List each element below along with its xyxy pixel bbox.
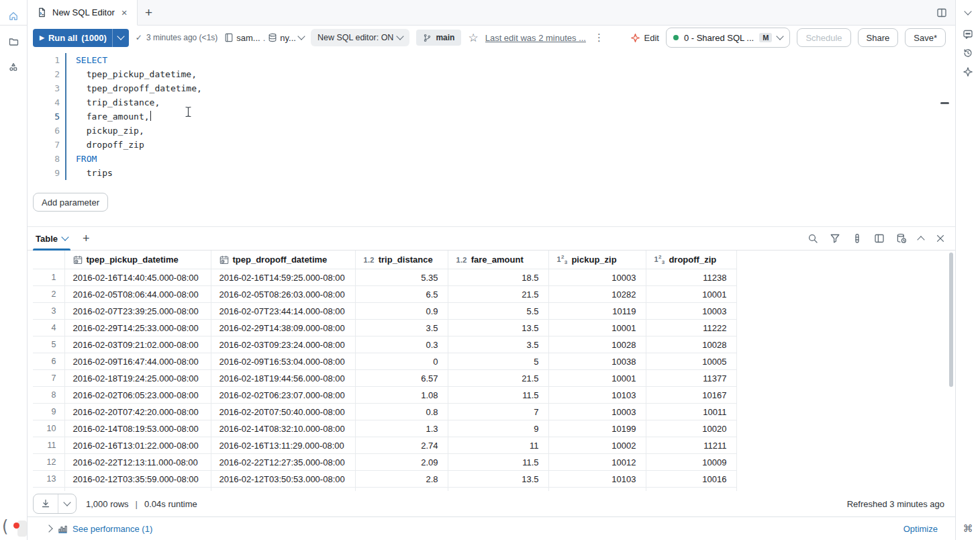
table-cell[interactable]: 2016-02-09T16:53:04.000-08:00 — [211, 353, 355, 370]
table-cell[interactable]: 2016-02-20T07:42:20.000-08:00 — [64, 404, 211, 420]
save-button[interactable]: Save* — [905, 28, 946, 47]
table-cell[interactable]: 2016-02-07T23:44:14.000-08:00 — [211, 303, 355, 320]
table-cell[interactable]: 10199 — [548, 420, 646, 437]
table-cell[interactable]: 10001 — [646, 286, 736, 303]
table-cell[interactable]: 10016 — [646, 471, 736, 488]
cached-data-icon[interactable] — [896, 233, 907, 244]
side-panel-icon[interactable] — [874, 233, 885, 244]
table-cell[interactable]: 2016-02-26T23:50:33.000-08:00 — [64, 488, 211, 492]
code-line[interactable]: 8FROM — [28, 152, 955, 166]
table-cell[interactable]: 6.5 — [355, 286, 448, 303]
schedule-button[interactable]: Schedule — [797, 28, 850, 47]
close-results-icon[interactable] — [935, 233, 946, 244]
table-cell[interactable]: 1.08 — [355, 387, 448, 404]
branch-pill[interactable]: main — [416, 30, 461, 46]
table-cell[interactable]: 2016-02-12T03:35:59.000-08:00 — [64, 471, 211, 488]
table-cell[interactable]: 11 — [448, 437, 548, 454]
column-header-dropoff_zip[interactable]: 123dropoff_zip — [646, 251, 736, 269]
table-cell[interactable]: 2016-02-03T09:23:24.000-08:00 — [211, 336, 355, 353]
table-cell[interactable]: 2016-02-18T19:44:56.000-08:00 — [211, 370, 355, 387]
table-cell[interactable]: 0.8 — [355, 404, 448, 420]
split-view-icon[interactable] — [936, 7, 947, 18]
code-line[interactable]: 5 fare_amount, — [28, 109, 955, 124]
table-cell[interactable]: 2.8 — [355, 471, 448, 488]
add-visualization-button[interactable]: + — [83, 232, 90, 246]
column-header-pickup_zip[interactable]: 123pickup_zip — [548, 251, 646, 269]
column-header-tpep_pickup_datetime[interactable]: tpep_pickup_datetime — [64, 251, 211, 269]
column-header-tpep_dropoff_datetime[interactable]: tpep_dropoff_datetime — [211, 251, 355, 269]
table-cell[interactable]: 2016-02-26T23:56:38.000-08:00 — [211, 488, 355, 492]
table-cell[interactable]: 2016-02-20T07:50:40.000-08:00 — [211, 404, 355, 420]
table-cell[interactable]: 2016-02-22T12:27:35.000-08:00 — [211, 454, 355, 471]
table-cell[interactable]: 11238 — [646, 269, 736, 286]
table-cell[interactable]: 10005 — [646, 353, 736, 370]
table-cell[interactable]: 5.5 — [448, 303, 548, 320]
table-cell[interactable]: 13.5 — [448, 471, 548, 488]
last-edit-link[interactable]: Last edit was 2 minutes ... — [485, 33, 586, 43]
table-cell[interactable]: 0 — [355, 353, 448, 370]
tab-table[interactable]: Table — [33, 227, 70, 250]
table-cell[interactable]: 10020 — [646, 420, 736, 437]
table-cell[interactable]: 10012 — [548, 454, 646, 471]
table-cell[interactable]: 2016-02-16T13:11:29.000-08:00 — [211, 437, 355, 454]
schema-browser-button[interactable] — [4, 58, 23, 77]
table-cell[interactable]: 2016-02-05T08:06:44.000-08:00 — [64, 286, 211, 303]
tab-close-icon[interactable]: × — [120, 6, 129, 19]
table-cell[interactable]: 21.5 — [448, 370, 548, 387]
table-cell[interactable]: 1.3 — [355, 420, 448, 437]
table-cell[interactable]: 10167 — [646, 387, 736, 404]
new-editor-toggle[interactable]: New SQL editor: ON — [311, 29, 409, 46]
table-cell[interactable]: 9 — [448, 420, 548, 437]
chevron-right-icon[interactable] — [45, 525, 52, 532]
code-line[interactable]: 2 tpep_pickup_datetime, — [28, 67, 955, 81]
table-cell[interactable]: 2016-02-29T14:38:09.000-08:00 — [211, 320, 355, 336]
search-icon[interactable] — [807, 233, 818, 244]
optimize-link[interactable]: Optimize — [903, 524, 938, 534]
table-cell[interactable]: 10103 — [548, 471, 646, 488]
code-line[interactable]: 4 trip_distance, — [28, 95, 955, 109]
table-cell[interactable]: 10009 — [646, 454, 736, 471]
code-line[interactable]: 3 tpep_dropoff_datetime, — [28, 81, 955, 95]
code-line[interactable]: 9 trips — [28, 166, 955, 180]
columns-icon[interactable] — [852, 233, 863, 244]
table-scrollbar[interactable] — [949, 253, 953, 489]
table-cell[interactable]: 10028 — [646, 336, 736, 353]
table-cell[interactable]: 2016-02-09T16:47:44.000-08:00 — [64, 353, 211, 370]
share-button[interactable]: Share — [858, 28, 899, 47]
table-cell[interactable]: 10028 — [548, 336, 646, 353]
table-cell[interactable]: 11.5 — [448, 454, 548, 471]
table-cell[interactable]: 2016-02-29T14:25:33.000-08:00 — [64, 320, 211, 336]
table-cell[interactable]: 11377 — [646, 370, 736, 387]
table-cell[interactable]: 21.5 — [448, 286, 548, 303]
column-header-trip_distance[interactable]: 1.2trip_distance — [355, 251, 448, 269]
run-options-caret[interactable] — [112, 29, 129, 47]
table-cell[interactable]: 2016-02-03T09:21:02.000-08:00 — [64, 336, 211, 353]
download-options-caret[interactable] — [58, 494, 76, 513]
table-cell[interactable]: 2016-02-16T13:01:22.000-08:00 — [64, 437, 211, 454]
table-cell[interactable]: 10282 — [548, 286, 646, 303]
table-cell[interactable]: 2016-02-02T06:05:23.000-08:00 — [64, 387, 211, 404]
code-line[interactable]: 6 pickup_zip, — [28, 124, 955, 138]
table-cell[interactable]: 6.57 — [355, 370, 448, 387]
table-cell[interactable]: 10119 — [548, 303, 646, 320]
favorite-star-icon[interactable]: ☆ — [468, 32, 478, 44]
table-cell[interactable]: 2016-02-14T08:19:53.000-08:00 — [64, 420, 211, 437]
catalog-schema-selector[interactable]: sam... . ny... — [224, 33, 304, 43]
table-cell[interactable]: 2016-02-05T08:26:03.000-08:00 — [211, 286, 355, 303]
table-cell[interactable]: 2016-02-18T19:24:25.000-08:00 — [64, 370, 211, 387]
table-cell[interactable]: 10022 — [548, 488, 646, 492]
history-button[interactable] — [959, 44, 977, 62]
workspace-browser-button[interactable] — [4, 32, 23, 51]
code-line[interactable]: 1SELECT — [28, 53, 955, 67]
table-cell[interactable]: 10001 — [548, 320, 646, 336]
code-line[interactable]: 7 dropoff_zip — [28, 138, 955, 152]
table-cell[interactable]: 10001 — [548, 370, 646, 387]
table-cell[interactable]: 10003 — [548, 404, 646, 420]
table-cell[interactable]: 2016-02-14T08:32:10.000-08:00 — [211, 420, 355, 437]
sql-code-editor[interactable]: 1SELECT2 tpep_pickup_datetime,3 tpep_dro… — [28, 50, 955, 183]
collapse-panel-icon[interactable] — [917, 236, 924, 243]
new-tab-button[interactable]: + — [138, 0, 160, 25]
table-cell[interactable]: 0.9 — [355, 303, 448, 320]
run-all-button[interactable]: ▶ Run all (1000) — [33, 29, 129, 47]
table-cell[interactable]: 13.5 — [448, 320, 548, 336]
